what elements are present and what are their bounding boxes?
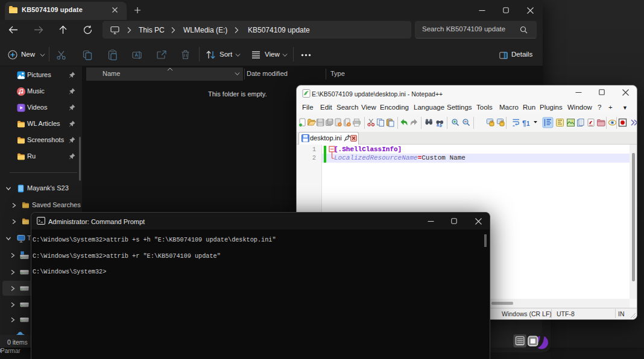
svg-text:¶: ¶ <box>522 119 526 128</box>
svg-text:b: b <box>440 123 442 128</box>
svg-text:1: 1 <box>526 120 530 127</box>
svg-text:a: a <box>437 123 439 127</box>
